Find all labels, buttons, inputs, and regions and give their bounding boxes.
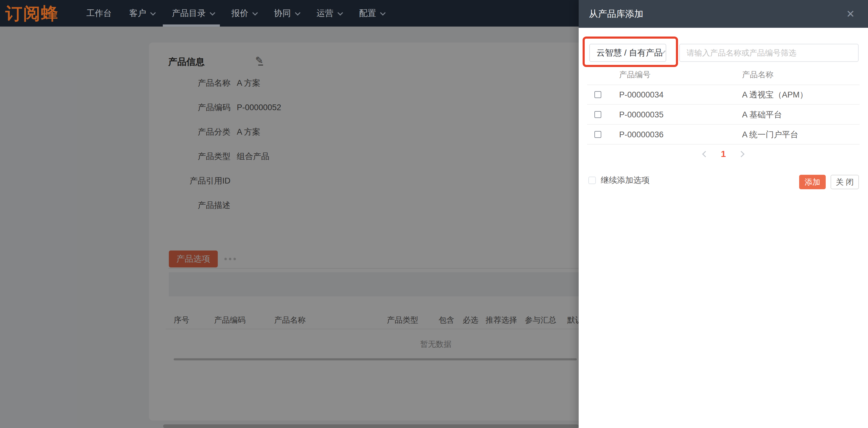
table-row[interactable]: P-00000034 A 透视宝（APM） [579, 85, 868, 105]
chevron-down-icon [337, 10, 343, 15]
continue-adding-checkbox[interactable]: 继续添加选项 [588, 175, 650, 186]
col-product-name: 产品名称 [742, 69, 773, 80]
product-code: P-00000034 [619, 85, 663, 105]
nav-item-product-catalog[interactable]: 产品目录 [172, 0, 214, 27]
app-logo[interactable]: 订阅蜂 [5, 2, 59, 25]
drawer-title: 从产品库添加 [589, 0, 643, 28]
checkbox-icon [588, 176, 596, 184]
nav-item-workbench[interactable]: 工作台 [86, 0, 112, 27]
nav-item-quotes[interactable]: 报价 [231, 0, 256, 27]
table-row[interactable]: P-00000036 A 统一门户平台 [579, 125, 868, 144]
nav-item-label: 产品目录 [172, 7, 206, 19]
product-search-input[interactable] [679, 44, 859, 62]
main-menu: 工作台 客户 产品目录 报价 协同 运营 配置 [86, 0, 402, 27]
chevron-down-icon [662, 51, 665, 54]
nav-item-label: 报价 [231, 7, 248, 19]
row-checkbox[interactable] [594, 131, 601, 138]
add-button[interactable]: 添加 [799, 175, 826, 189]
product-name: A 透视宝（APM） [742, 85, 808, 105]
chevron-down-icon [210, 10, 215, 15]
drawer-mask[interactable] [0, 27, 579, 428]
table-row[interactable]: P-00000035 A 基础平台 [579, 105, 868, 125]
drawer-header: 从产品库添加 ✕ [579, 0, 868, 28]
nav-item-label: 工作台 [86, 7, 112, 19]
product-name: A 统一门户平台 [742, 125, 798, 144]
chevron-down-icon [380, 10, 385, 15]
close-button[interactable]: 关 闭 [831, 175, 859, 189]
nav-item-operations[interactable]: 运营 [316, 0, 342, 27]
drawer-footer: 继续添加选项 添加 关 闭 [579, 175, 868, 189]
nav-item-collaboration[interactable]: 协同 [274, 0, 299, 27]
library-table-body: P-00000034 A 透视宝（APM） P-00000035 A 基础平台 … [579, 85, 868, 144]
current-page[interactable]: 1 [721, 149, 726, 159]
pagination: 1 [579, 147, 868, 161]
app-window: 订阅蜂 工作台 客户 产品目录 报价 协同 运营 [0, 0, 868, 428]
category-select-value: 云智慧 / 自有产品 [596, 47, 663, 59]
product-code: P-00000036 [619, 125, 663, 144]
checkbox-label: 继续添加选项 [601, 175, 650, 186]
prev-page-icon[interactable] [702, 151, 709, 157]
row-checkbox[interactable] [594, 111, 601, 118]
row-checkbox[interactable] [594, 91, 601, 98]
category-select[interactable]: 云智慧 / 自有产品 [589, 44, 666, 62]
product-code: P-00000035 [619, 105, 663, 125]
next-page-icon[interactable] [738, 151, 744, 157]
product-name: A 基础平台 [742, 105, 782, 125]
nav-item-label: 协同 [274, 7, 291, 19]
nav-item-label: 配置 [359, 7, 376, 19]
chevron-down-icon [150, 10, 156, 15]
chevron-down-icon [252, 10, 258, 15]
nav-item-label: 运营 [316, 7, 334, 19]
nav-item-customers[interactable]: 客户 [129, 0, 154, 27]
add-from-library-drawer: 从产品库添加 ✕ 云智慧 / 自有产品 产品编号 产品名称 P-00000034… [579, 0, 868, 428]
nav-item-label: 客户 [129, 7, 146, 19]
close-icon[interactable]: ✕ [840, 0, 861, 28]
chevron-down-icon [295, 10, 300, 15]
library-table-header: 产品编号 产品名称 [579, 69, 868, 85]
col-product-code: 产品编号 [619, 69, 651, 80]
nav-item-settings[interactable]: 配置 [359, 0, 384, 27]
